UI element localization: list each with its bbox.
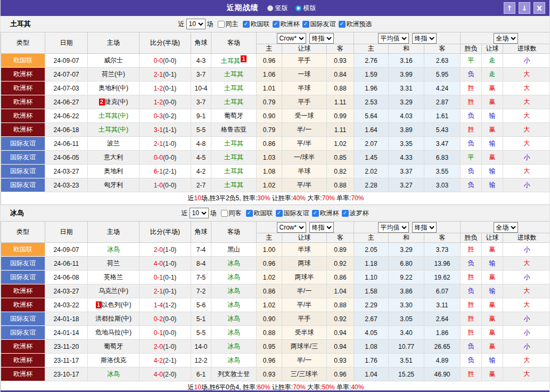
competition-filter[interactable]: ✓国际友谊 [276, 209, 309, 218]
close-button[interactable]: X [533, 2, 545, 14]
handicap-odds-home: 0.79 [257, 95, 282, 109]
fulltime-score: 0-1 [154, 329, 163, 337]
bookmaker-select[interactable]: Crow* [277, 222, 306, 233]
col-goals: 进球数 [503, 44, 550, 54]
same-venue-filter[interactable]: 同客 [221, 209, 242, 218]
checkbox-checked-icon[interactable]: ✓ [246, 210, 253, 217]
final-odds-select[interactable]: 终指 [309, 33, 334, 44]
radio-horizontal-layout[interactable]: 横版 [295, 4, 316, 13]
away-team: 冰岛 [211, 284, 257, 298]
same-venue-filter[interactable]: 同主 [218, 20, 239, 29]
move-up-button[interactable]: ↑ [504, 2, 515, 14]
checkbox-checked-icon[interactable]: ✓ [339, 21, 346, 28]
red-card-badge: 1 [241, 55, 247, 62]
halftime-score: (2-0) [163, 371, 176, 378]
handicap-result: 输 [482, 284, 503, 298]
home-team: 1以色列(中) [88, 298, 139, 312]
match-row: 国际友谊24-03-27奥地利6-1(2-1)4-2土耳其1.08半球0.822… [1, 165, 550, 178]
fulltime-score: 4-0 [154, 371, 163, 378]
corner-score: 14-0 [191, 340, 211, 354]
match-count-select[interactable]: 10 [190, 208, 209, 218]
competition-filter[interactable]: ✓欧国联 [243, 20, 270, 29]
competition-filter[interactable]: ✓欧洲预选 [339, 20, 372, 29]
checkbox-checked-icon[interactable]: ✓ [302, 21, 309, 28]
competition-type: 国际友谊 [1, 151, 45, 165]
competition-filter-label: 欧洲预选 [347, 20, 372, 29]
goals-result: 大 [503, 137, 550, 151]
match-count-select[interactable]: 10 [186, 19, 206, 29]
radio-vertical-layout[interactable]: 竖版 [267, 4, 288, 13]
away-team: 冰岛 [211, 340, 257, 354]
handicap-result: 赢 [482, 312, 503, 326]
average-odds-away: 4.24 [424, 81, 461, 95]
final-odds-select-2[interactable]: 终指 [412, 222, 437, 233]
checkbox-checked-icon[interactable]: ✓ [243, 21, 250, 28]
checkbox-checked-icon[interactable]: ✓ [342, 210, 349, 217]
competition-type: 国际友谊 [1, 271, 45, 284]
average-odds-away: 6.83 [424, 151, 461, 165]
checkbox-checked-icon[interactable]: ✓ [312, 210, 319, 217]
handicap-line: 平/半 [282, 178, 327, 192]
team-name-text: 土耳其 [224, 153, 243, 161]
average-odds-draw: 3.37 [389, 165, 424, 178]
team-name-text: 土耳其(中) [98, 112, 128, 119]
move-down-button[interactable]: ↓ [519, 2, 530, 14]
section-team-name: 土耳其 [10, 19, 31, 29]
same-venue-label: 同客 [229, 209, 242, 218]
final-odds-select[interactable]: 终指 [309, 222, 334, 233]
handicap-result: 赢 [482, 95, 503, 109]
goals-result: 小 [503, 312, 550, 326]
competition-filter[interactable]: ✓欧洲杯 [273, 20, 300, 29]
match-date: 24-06-11 [45, 257, 88, 271]
team-name-text: 冰岛 [227, 356, 240, 364]
goals-result: 小 [503, 326, 550, 340]
competition-filter[interactable]: ✓欧洲杯 [312, 209, 339, 218]
handicap-odds-away: 0.88 [327, 178, 354, 192]
competition-filter[interactable]: ✓波罗杯 [342, 209, 369, 218]
competition-type: 欧洲杯 [1, 368, 45, 381]
radio-unselected-icon[interactable] [267, 5, 273, 11]
average-odds-home: 2.07 [354, 137, 389, 151]
corner-score: 12-2 [191, 354, 211, 368]
handicap-result: 输 [482, 137, 503, 151]
handicap-odds-away: 0.88 [327, 81, 354, 95]
final-odds-select-2[interactable]: 终指 [412, 33, 437, 44]
handicap-odds-home: 1.03 [257, 151, 282, 165]
competition-filter[interactable]: ✓国际友谊 [302, 20, 336, 29]
checkbox-unchecked-icon[interactable] [221, 210, 228, 217]
handicap-result: 输 [482, 165, 503, 178]
match-result: 胜 [461, 368, 482, 381]
col-odds-away: 客 [327, 233, 354, 243]
match-date: 24-03-27 [45, 165, 88, 178]
competition-type: 国际友谊 [1, 178, 45, 192]
match-row: 国际友谊24-01-18洪都拉斯(中)0-2(0-0)5-1冰岛0.90平手0.… [1, 312, 550, 326]
average-select[interactable]: 平均值 [378, 33, 409, 44]
goals-result: 大 [503, 68, 550, 81]
match-date: 24-06-05 [45, 151, 88, 165]
home-team: 土耳其(中) [88, 109, 139, 123]
match-row: 欧洲杯24-03-221以色列(中)1-4(1-2)5-6冰岛1.02平/半0.… [1, 298, 550, 312]
checkbox-unchecked-icon[interactable] [218, 21, 225, 28]
competition-filter[interactable]: ✓欧国联 [246, 209, 273, 218]
team-name-text: 土耳其 [224, 140, 243, 147]
scope-group: 全场 [461, 32, 550, 44]
away-team: 土耳其 [211, 81, 257, 95]
checkbox-checked-icon[interactable]: ✓ [276, 210, 283, 217]
competition-filter-label: 欧洲杯 [320, 209, 339, 218]
fulltime-score: 0-0 [154, 57, 163, 64]
radio-selected-icon[interactable] [295, 5, 301, 11]
checkbox-checked-icon[interactable]: ✓ [273, 21, 280, 28]
match-score: 2-1(0-1) [139, 68, 191, 81]
red-card-badge: 2 [99, 99, 105, 105]
away-team: 土耳其1 [211, 54, 257, 68]
match-score: 1-2(0-0) [139, 95, 191, 109]
average-select[interactable]: 平均值 [378, 222, 409, 233]
match-row: 欧国联24-09-07冰岛2-0(1-0)7-4黑山1.00半球0.892.05… [1, 243, 550, 257]
bookmaker-select[interactable]: Crow* [277, 33, 306, 44]
average-odds-home: 1.18 [354, 257, 389, 271]
scope-select[interactable]: 全场 [494, 222, 518, 233]
scope-select[interactable]: 全场 [494, 33, 518, 44]
red-card-badge: 1 [96, 301, 102, 308]
near-label: 近 [182, 209, 188, 218]
match-score: 2-1(1-0) [139, 137, 191, 151]
